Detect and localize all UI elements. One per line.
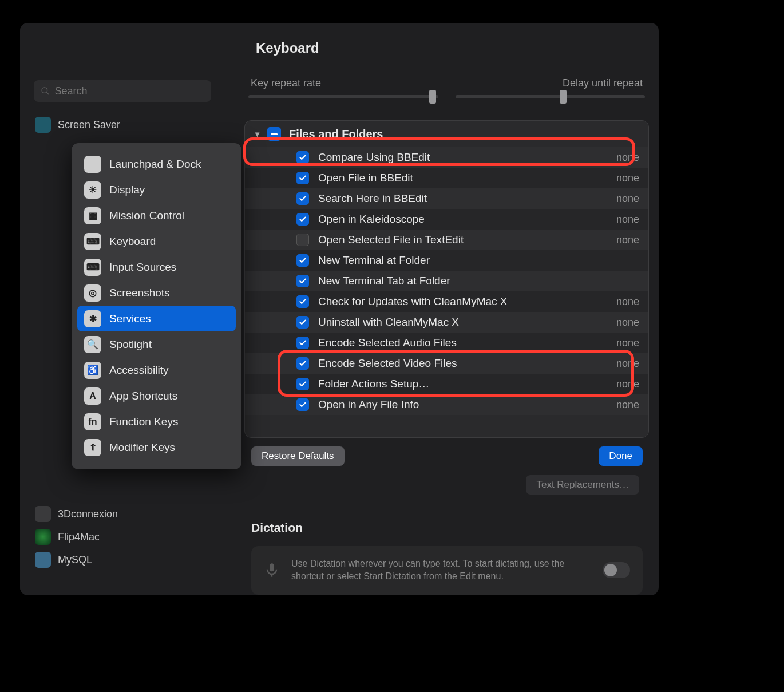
menu-item-accessibility[interactable]: ♿Accessibility [77,357,236,383]
slider-thumb[interactable] [429,90,436,104]
service-row[interactable]: Open Selected File in TextEditnone [245,230,648,250]
menu-item-display[interactable]: ☀Display [77,177,236,203]
slider-thumb[interactable] [560,90,567,104]
service-shortcut[interactable]: none [616,213,639,226]
restore-defaults-button[interactable]: Restore Defaults [251,446,345,466]
shortcuts-category-menu: Launchpad & Dock☀Display▦Mission Control… [72,143,241,469]
service-shortcut[interactable]: none [616,378,639,390]
service-shortcut[interactable]: none [616,172,639,184]
service-row[interactable]: Search Here in BBEditnone [245,188,648,209]
panel-footer: Restore Defaults Done [251,446,643,466]
menu-item-label: Keyboard [109,235,156,248]
service-name: Open in Any File Info [318,398,616,411]
service-shortcut[interactable]: none [616,193,639,205]
service-checkbox[interactable] [296,378,309,390]
folder-icon [267,127,281,141]
service-row[interactable]: Encode Selected Audio Filesnone [245,333,648,353]
menu-item-input-sources[interactable]: ⌨Input Sources [77,254,236,280]
service-row[interactable]: Open File in BBEditnone [245,168,648,188]
service-row[interactable]: New Terminal Tab at Folder [245,271,648,291]
service-shortcut[interactable]: none [616,317,639,329]
sidebar-item-mysql[interactable]: MySQL [31,548,215,571]
service-row[interactable]: Open in Kaleidoscopenone [245,209,648,230]
keyboard-icon: ⌨ [84,233,101,250]
service-name: Check for Updates with CleanMyMac X [318,295,616,308]
service-checkbox[interactable] [296,151,309,164]
service-row[interactable]: Open in Any File Infonone [245,394,648,415]
service-row[interactable]: Folder Actions Setup…none [245,374,648,394]
service-row[interactable]: Encode Selected Video Filesnone [245,353,648,374]
sidebar-item-label: Screen Saver [58,119,120,131]
menu-item-function-keys[interactable]: fnFunction Keys [77,409,236,434]
menu-item-label: Modifier Keys [109,441,175,454]
service-checkbox[interactable] [296,398,309,411]
menu-item-launchpad-dock[interactable]: Launchpad & Dock [77,151,236,177]
service-shortcut[interactable]: none [616,152,639,164]
service-row[interactable]: New Terminal at Folder [245,250,648,271]
service-checkbox[interactable] [296,337,309,349]
menu-item-label: Launchpad & Dock [109,158,201,171]
search-field[interactable] [34,80,211,102]
text-replacements-row: Text Replacements… [526,475,639,495]
menu-item-screenshots[interactable]: ◎Screenshots [77,280,236,306]
search-input[interactable] [54,85,204,97]
menu-item-label: App Shortcuts [109,390,177,402]
screenshots-icon: ◎ [84,284,101,302]
menu-item-keyboard[interactable]: ⌨Keyboard [77,228,236,254]
service-checkbox[interactable] [296,316,309,329]
service-shortcut[interactable]: none [616,234,639,246]
service-shortcut[interactable]: none [616,296,639,308]
services-panel: ▾ Files and Folders Compare Using BBEdit… [244,120,649,438]
sidebar-item-flip4mac[interactable]: Flip4Mac [31,525,215,548]
service-checkbox[interactable] [296,254,309,267]
menu-item-spotlight[interactable]: 🔍Spotlight [77,331,236,357]
service-name: Open in Kaleidoscope [318,213,616,226]
text-replacements-button[interactable]: Text Replacements… [526,475,639,495]
services-icon: ✱ [84,310,101,327]
dictation-section: Dictation Use Dictation wherever you can… [251,521,643,595]
key-repeat-slider[interactable] [248,95,438,98]
services-group-header[interactable]: ▾ Files and Folders [245,121,648,147]
menu-item-services[interactable]: ✱Services [77,306,236,331]
menu-item-label: Spotlight [109,338,152,351]
service-row[interactable]: Uninstall with CleanMyMac Xnone [245,312,648,333]
menu-item-label: Function Keys [109,416,178,428]
service-name: Open Selected File in TextEdit [318,234,616,246]
done-button[interactable]: Done [599,446,643,466]
service-row[interactable]: Check for Updates with CleanMyMac Xnone [245,291,648,312]
service-shortcut[interactable]: none [616,399,639,411]
dictation-description: Use Dictation wherever you can type text… [291,557,591,583]
service-checkbox[interactable] [296,192,309,205]
service-name: New Terminal Tab at Folder [318,275,639,287]
service-checkbox[interactable] [296,234,309,246]
service-name: Search Here in BBEdit [318,192,616,205]
svg-line-1 [46,92,49,94]
service-name: Compare Using BBEdit [318,151,616,164]
accessibility-icon: ♿ [84,362,101,379]
service-checkbox[interactable] [296,213,309,226]
service-checkbox[interactable] [296,295,309,308]
sidebar-item-screensaver[interactable]: Screen Saver [31,113,215,136]
sidebar-item-3dconnexion[interactable]: 3Dconnexion [31,503,215,525]
delay-repeat-slider[interactable] [456,95,646,98]
microphone-icon [264,562,280,578]
service-shortcut[interactable]: none [616,337,639,349]
service-shortcut[interactable]: none [616,358,639,370]
service-checkbox[interactable] [296,172,309,184]
sidebar-item-label: 3Dconnexion [58,508,118,520]
fnkeys-icon: fn [84,413,101,430]
service-checkbox[interactable] [296,275,309,287]
appshortcuts-icon: A [84,387,101,405]
menu-item-app-shortcuts[interactable]: AApp Shortcuts [77,383,236,409]
menu-item-mission-control[interactable]: ▦Mission Control [77,203,236,228]
mysql-icon [35,552,51,568]
search-icon [41,86,50,96]
modkeys-icon: ⇧ [84,439,101,456]
dictation-toggle[interactable] [603,562,630,578]
svg-rect-2 [270,564,274,572]
mc-icon: ▦ [84,207,101,224]
menu-item-modifier-keys[interactable]: ⇧Modifier Keys [77,434,236,460]
dictation-box: Use Dictation wherever you can type text… [251,546,643,595]
service-checkbox[interactable] [296,357,309,370]
service-row[interactable]: Compare Using BBEditnone [245,147,648,168]
